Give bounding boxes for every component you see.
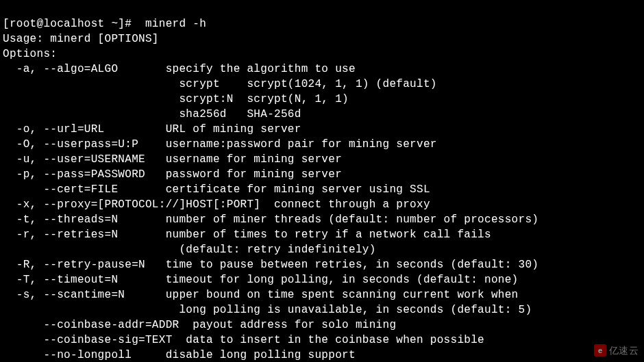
help-line: -r, --retries=N number of times to retry…: [3, 229, 491, 241]
help-line: (default: retry indefinitely): [3, 244, 376, 256]
help-line: --cert=FILE certificate for mining serve…: [3, 183, 430, 196]
help-line: sha256d SHA-256d: [3, 108, 301, 120]
help-line: --coinbase-sig=TEXT data to insert in th…: [3, 334, 484, 346]
help-line: -T, --timeout=N timeout for long polling…: [3, 274, 519, 286]
watermark-logo-icon: e: [594, 344, 606, 357]
help-line: scrypt:N scrypt(N, 1, 1): [3, 93, 349, 105]
watermark: e 亿速云: [594, 343, 639, 358]
help-line: --coinbase-addr=ADDR payout address for …: [3, 319, 396, 331]
help-line: -O, --userpass=U:P username:password pai…: [3, 138, 437, 151]
help-line: -x, --proxy=[PROTOCOL://]HOST[:PORT] con…: [3, 198, 430, 211]
help-line: -u, --user=USERNAME username for mining …: [3, 153, 342, 166]
usage-line: Usage: minerd [OPTIONS]: [3, 33, 159, 45]
help-line: -p, --pass=PASSWORD password for mining …: [3, 168, 342, 181]
watermark-text: 亿速云: [609, 343, 639, 358]
help-line: -o, --url=URL URL of mining server: [3, 123, 301, 135]
terminal-output: [root@localhost ~]# minerd -h Usage: min…: [0, 0, 644, 362]
help-line: long polling is unavailable, in seconds …: [3, 304, 532, 316]
shell-prompt-line: [root@localhost ~]# minerd -h: [3, 18, 206, 30]
help-line: -R, --retry-pause=N time to pause betwee…: [3, 259, 538, 271]
help-line: -s, --scantime=N upper bound on time spe…: [3, 289, 519, 301]
help-line: -t, --threads=N number of miner threads …: [3, 214, 538, 226]
help-line: --no-longpoll disable long polling suppo…: [3, 349, 356, 361]
help-line: -a, --algo=ALGO specify the algorithm to…: [3, 63, 356, 75]
help-line: scrypt scrypt(1024, 1, 1) (default): [3, 78, 437, 90]
options-header: Options:: [3, 48, 57, 60]
